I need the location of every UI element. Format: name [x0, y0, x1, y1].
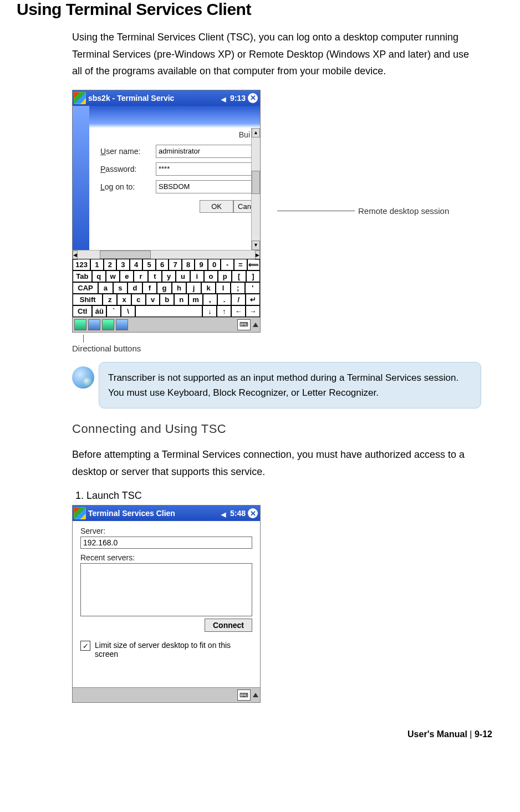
volume-icon	[221, 94, 229, 102]
on-screen-keyboard[interactable]: 1231234567890-=⟸ Tabqwertyuiop[] CAPasdf…	[73, 259, 260, 317]
password-input[interactable]	[156, 162, 256, 176]
sip-arrow-icon[interactable]	[253, 323, 258, 327]
callout-directional-label: Directional buttons	[72, 344, 141, 353]
server-input[interactable]	[80, 537, 252, 549]
clock-1: 9:13	[230, 94, 246, 103]
keyboard-toggle-icon-2[interactable]: ⌨	[237, 690, 251, 701]
page-heading: Using Terminal Services Client	[17, 0, 503, 19]
close-icon-2: ✕	[248, 508, 258, 518]
recent-servers-list[interactable]	[80, 563, 252, 616]
titlebar-1: sbs2k - Terminal Servic 9:13 ✕	[73, 90, 260, 106]
logon-input[interactable]	[156, 180, 256, 193]
partial-text-bui: Bui	[239, 130, 250, 139]
footer-page: 9-12	[475, 729, 492, 739]
title-text-1: sbs2k - Terminal Servic	[88, 94, 174, 103]
clock-2: 5:48	[230, 509, 246, 518]
directional-button-4[interactable]	[116, 319, 128, 330]
username-input[interactable]	[156, 145, 256, 158]
info-icon	[72, 366, 94, 389]
recent-label: Recent servers:	[80, 553, 252, 562]
vertical-scrollbar[interactable]: ▲ ▼	[251, 128, 260, 250]
session-area: Bui User name: Password: Log on to:	[73, 106, 260, 250]
logon-label: Log on to:	[100, 182, 156, 191]
titlebar-2: Terminal Services Clien 5:48 ✕	[73, 505, 260, 521]
callout-remote: Remote desktop session	[277, 206, 449, 216]
close-icon: ✕	[248, 93, 258, 103]
title-text-2: Terminal Services Clien	[88, 509, 175, 518]
connect-button[interactable]: Connect	[205, 619, 252, 632]
checked-checkbox-icon[interactable]: ✓	[80, 641, 90, 651]
password-label: Password:	[100, 165, 156, 173]
callout-directional: Directional buttons	[72, 335, 503, 353]
note-box: Transcriber is not supported as an input…	[72, 362, 481, 408]
server-label: Server:	[80, 527, 252, 535]
scroll-down-icon[interactable]: ▼	[252, 241, 260, 250]
directional-button-1[interactable]	[74, 319, 86, 330]
volume-icon-2	[221, 509, 229, 517]
start-flag-icon-2	[74, 507, 86, 519]
footer-manual: User's Manual	[407, 729, 467, 739]
directional-button-3[interactable]	[102, 319, 114, 330]
screenshot-tsc-client: Terminal Services Clien 5:48 ✕ Server: R…	[72, 505, 261, 703]
note-text: Transcriber is not supported as an input…	[99, 362, 481, 408]
page-footer: User's Manual | 9-12	[17, 719, 503, 742]
limit-size-label: Limit size of server desktop to fit on t…	[95, 641, 252, 658]
footer-sep: |	[470, 729, 475, 739]
taskbar-2: ⌨	[73, 687, 260, 702]
limit-size-checkbox-row[interactable]: ✓ Limit size of server desktop to fit on…	[80, 641, 252, 658]
start-flag-icon	[74, 92, 86, 104]
steps-list: Launch TSC	[72, 490, 503, 502]
callout-remote-label: Remote desktop session	[358, 206, 449, 216]
intro-paragraph: Using the Terminal Services Client (TSC)…	[72, 29, 481, 80]
sub-intro: Before attempting a Terminal Services co…	[72, 446, 481, 480]
sub-heading: Connecting and Using TSC	[72, 422, 503, 436]
scroll-up-icon[interactable]: ▲	[252, 128, 260, 137]
horizontal-scrollbar[interactable]: ◀ ▶	[73, 250, 260, 259]
screenshot-remote-session: sbs2k - Terminal Servic 9:13 ✕ Bui User …	[72, 90, 261, 333]
username-label: User name:	[100, 147, 156, 156]
taskbar-1: ⌨	[73, 317, 260, 332]
directional-button-2[interactable]	[88, 319, 100, 330]
step-1: Launch TSC	[86, 490, 503, 502]
sip-arrow-icon-2[interactable]	[253, 693, 258, 697]
keyboard-toggle-icon[interactable]: ⌨	[237, 319, 251, 330]
ok-button[interactable]: OK	[200, 200, 233, 213]
